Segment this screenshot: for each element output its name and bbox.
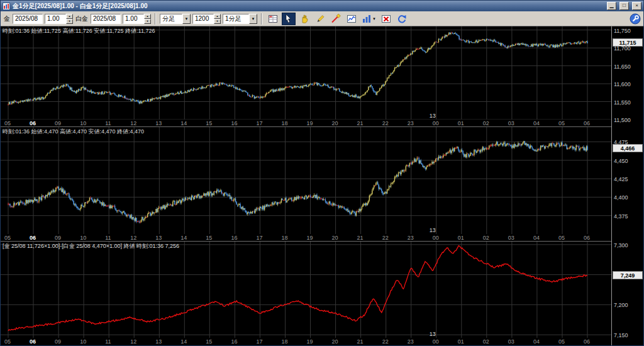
x-axis-label: 17	[256, 338, 262, 345]
x-axis-label: 15	[206, 338, 212, 345]
app-window: 金1分足[2025/08]1.00 - 白金1分足[2025/08]1.00 ▁…	[0, 0, 644, 346]
x-axis-label: 06	[584, 120, 590, 126]
platinum-x-axis: 0506091011121314151617181920212223000102…	[1, 234, 611, 242]
indicator-chart-button[interactable]: ▼	[360, 13, 377, 25]
platinum-month-field[interactable]: 2025/08	[91, 14, 121, 24]
board-icon	[268, 14, 278, 24]
x-axis-label: 05	[4, 120, 11, 126]
spin-down-icon[interactable]: ▼	[66, 19, 73, 24]
restore-button[interactable]: □	[619, 2, 629, 10]
title-bar[interactable]: 金1分足[2025/08]1.00 - 白金1分足[2025/08]1.00 ▁…	[1, 1, 643, 11]
x-axis-label: 13	[155, 120, 162, 126]
pointer-button[interactable]	[282, 13, 296, 25]
x-axis-label: 05	[558, 235, 565, 241]
close-button[interactable]: ×	[632, 2, 641, 10]
bar-count-value[interactable]: 1200	[192, 14, 214, 24]
line-draw-button[interactable]	[329, 13, 343, 25]
spread-line-plot: 13	[1, 242, 611, 338]
wave-chart-icon	[347, 14, 357, 24]
hand-button[interactable]	[297, 13, 311, 25]
y-axis-label: 4,450	[614, 158, 628, 164]
x-axis-label: 00	[433, 120, 439, 126]
chart-clear-button[interactable]	[379, 13, 393, 25]
x-axis-label: 04	[533, 120, 540, 126]
chart-clear-icon	[381, 14, 391, 24]
x-axis-label: 16	[231, 338, 237, 345]
platinum-chart-panel: 13 時刻:01:36 始値:4,470 高値:4,470 安値:4,470 終…	[1, 127, 643, 242]
platinum-chart[interactable]: 13 時刻:01:36 始値:4,470 高値:4,470 安値:4,470 終…	[1, 127, 611, 234]
x-axis-label: 14	[180, 338, 187, 345]
platinum-multiplier-value[interactable]: 1.00	[123, 14, 144, 24]
timeframe-value[interactable]: 1分足	[223, 14, 249, 24]
x-axis-label: 23	[408, 235, 414, 241]
y-axis-label: 11,750	[614, 28, 631, 34]
spin-up-icon[interactable]: ▲	[214, 14, 221, 19]
x-axis-label: 13	[155, 338, 162, 345]
gold-chart[interactable]: 13 時刻:01:36 始値:11,725 高値:11,726 安値:11,72…	[1, 26, 611, 120]
x-axis-label: 19	[307, 338, 313, 345]
x-axis-label: 14	[180, 235, 187, 241]
x-axis-label: 23	[408, 338, 414, 345]
x-axis-label: 15	[206, 120, 212, 126]
x-axis-label: 16	[231, 235, 237, 241]
x-axis-label: 02	[483, 235, 489, 241]
spread-chart-info: [金 25/08 11,726×1.00]-[白金 25/08 4,470×1.…	[3, 242, 179, 250]
gold-multiplier-spinner[interactable]: 1.00 ▲ ▼	[45, 14, 73, 24]
wave-chart-button[interactable]	[345, 13, 358, 25]
x-axis-label: 17	[256, 120, 262, 126]
period-type-dropdown[interactable]: 分足 ▼	[160, 14, 191, 24]
x-axis-label: 06	[30, 338, 36, 345]
x-axis-label: 18	[281, 120, 287, 126]
x-axis-label: 01	[458, 120, 464, 126]
spin-down-icon[interactable]: ▼	[214, 19, 221, 24]
settings-wrench-button[interactable]	[629, 13, 641, 25]
y-axis-label: 7,200	[614, 302, 628, 308]
x-axis-label: 19	[307, 235, 313, 241]
spin-up-icon[interactable]: ▲	[66, 14, 73, 19]
x-axis-label: 21	[357, 338, 364, 345]
y-axis-label: 11,500	[614, 117, 631, 123]
spin-down-icon[interactable]: ▼	[144, 19, 151, 24]
platinum-multiplier-spinner[interactable]: 1.00 ▲ ▼	[123, 14, 151, 24]
bar-count-spinner[interactable]: 1200 ▲ ▼	[192, 14, 221, 24]
x-axis-label: 20	[332, 235, 338, 241]
pencil-button[interactable]	[313, 13, 327, 25]
x-axis-label: 10	[80, 120, 86, 126]
x-axis-label: 06	[30, 235, 36, 241]
gold-multiplier-value[interactable]: 1.00	[45, 14, 66, 24]
x-axis-label: 19	[307, 120, 313, 126]
y-axis-label: 11,700	[614, 45, 631, 52]
spread-chart[interactable]: 13 [金 25/08 11,726×1.00]-[白金 25/08 4,470…	[1, 242, 611, 338]
spin-up-icon[interactable]: ▲	[144, 14, 151, 19]
x-axis-label: 06	[584, 338, 590, 345]
x-axis-label: 01	[458, 338, 464, 345]
minimize-button[interactable]: ▁	[607, 2, 616, 10]
board-button[interactable]	[266, 13, 280, 25]
platinum-label: 白金	[75, 14, 89, 23]
gold-month-field[interactable]: 2025/08	[13, 14, 43, 24]
platinum-y-axis: 4,466 4,4754,4504,4254,4004,375	[611, 127, 643, 242]
x-axis-label: 23	[408, 120, 414, 126]
charts-container: 13 時刻:01:36 始値:11,725 高値:11,726 安値:11,72…	[1, 26, 643, 345]
x-axis-label: 20	[332, 120, 338, 126]
spread-y-axis: 7,249 7,3007,2507,2007,150	[611, 242, 643, 345]
x-axis-label: 03	[508, 338, 514, 345]
x-axis-label: 00	[433, 338, 439, 345]
x-axis-label: 09	[55, 338, 61, 345]
x-axis-label: 21	[357, 235, 364, 241]
y-axis-label: 11,600	[614, 81, 631, 87]
x-axis-label: 18	[281, 338, 287, 345]
x-axis-label: 22	[382, 120, 389, 126]
x-axis-label: 05	[558, 338, 565, 345]
period-type-value[interactable]: 分足	[160, 14, 182, 24]
chevron-down-icon[interactable]: ▼	[249, 14, 257, 24]
x-axis-label: 11	[105, 120, 111, 126]
platinum-chart-info: 時刻:01:36 始値:4,470 高値:4,470 安値:4,470 終値:4…	[3, 128, 144, 136]
gold-candles-plot: 13	[1, 26, 611, 120]
chevron-down-icon[interactable]: ▼	[182, 14, 191, 24]
x-axis-label: 02	[483, 120, 489, 126]
x-axis-label: 22	[382, 338, 389, 345]
current-price-badge: 7,249	[613, 271, 643, 279]
reload-button[interactable]	[395, 13, 409, 25]
timeframe-dropdown[interactable]: 1分足 ▼	[223, 14, 257, 24]
